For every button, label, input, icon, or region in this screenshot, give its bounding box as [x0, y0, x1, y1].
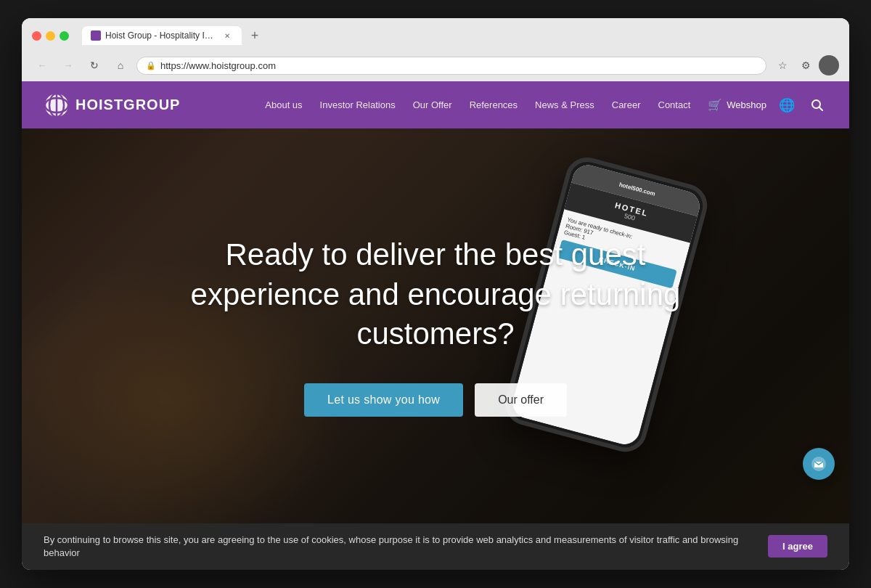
search-icon[interactable] — [807, 95, 827, 115]
back-button[interactable]: ← — [32, 55, 52, 75]
tab-close-btn[interactable]: ✕ — [221, 30, 233, 41]
website-content: HoistGroup About us Investor Relations O… — [22, 81, 849, 570]
logo-area[interactable]: HoistGroup — [44, 92, 180, 118]
logo-text: HoistGroup — [75, 97, 180, 113]
url-display: https://www.hoistgroup.com — [160, 60, 757, 71]
tab-title: Hoist Group - Hospitality Innov... — [105, 30, 217, 41]
forward-button[interactable]: → — [58, 55, 78, 75]
hoist-logo-icon — [44, 92, 70, 118]
nav-contact[interactable]: Contact — [658, 99, 691, 110]
hero-section: hotel500.com HOTEL 500 You are ready to … — [22, 128, 849, 523]
let-us-show-button[interactable]: Let us show you how — [304, 383, 463, 417]
maximize-window-btn[interactable] — [60, 31, 69, 41]
browser-window: Hoist Group - Hospitality Innov... ✕ + ←… — [22, 18, 849, 570]
nav-investor-relations[interactable]: Investor Relations — [320, 99, 396, 110]
nav-references[interactable]: References — [470, 99, 518, 110]
minimize-window-btn[interactable] — [46, 31, 55, 41]
tab-bar: Hoist Group - Hospitality Innov... ✕ + — [82, 25, 839, 46]
traffic-lights — [32, 31, 69, 41]
nav-right-actions: 🛒 Webshop 🌐 — [708, 95, 827, 115]
reload-button[interactable]: ↻ — [84, 55, 105, 75]
security-lock-icon: 🔒 — [146, 61, 156, 70]
svg-line-5 — [819, 107, 823, 110]
bookmark-icon[interactable]: ☆ — [772, 55, 793, 75]
support-chat-bubble[interactable] — [803, 448, 835, 480]
our-offer-button[interactable]: Our offer — [475, 383, 567, 417]
home-button[interactable]: ⌂ — [110, 55, 131, 75]
cookie-banner: By continuing to browse this site, you a… — [22, 523, 849, 570]
address-bar-row: ← → ↻ ⌂ 🔒 https://www.hoistgroup.com ☆ ⚙ — [22, 52, 849, 81]
address-bar-actions: ☆ ⚙ — [772, 55, 839, 75]
webshop-button[interactable]: 🛒 Webshop — [708, 98, 766, 112]
extensions-icon[interactable]: ⚙ — [796, 55, 816, 75]
hero-buttons: Let us show you how Our offer — [304, 383, 567, 417]
title-bar: Hoist Group - Hospitality Innov... ✕ + — [22, 18, 849, 52]
close-window-btn[interactable] — [32, 31, 41, 41]
nav-links: About us Investor Relations Our Offer Re… — [265, 99, 690, 110]
cart-icon: 🛒 — [708, 98, 722, 112]
hero-content: Ready to deliver the best guest experien… — [22, 128, 849, 523]
cookie-message: By continuing to browse this site, you a… — [44, 534, 751, 560]
new-tab-button[interactable]: + — [245, 25, 265, 46]
tab-favicon-icon — [91, 30, 101, 41]
nav-career[interactable]: Career — [612, 99, 641, 110]
nav-about-us[interactable]: About us — [265, 99, 302, 110]
site-navigation: HoistGroup About us Investor Relations O… — [22, 81, 849, 128]
nav-news-press[interactable]: News & Press — [535, 99, 594, 110]
cookie-agree-button[interactable]: I agree — [768, 535, 827, 558]
webshop-label: Webshop — [727, 99, 766, 110]
browser-chrome: Hoist Group - Hospitality Innov... ✕ + ←… — [22, 18, 849, 81]
active-tab[interactable]: Hoist Group - Hospitality Innov... ✕ — [82, 26, 242, 45]
hero-heading: Ready to deliver the best guest experien… — [181, 235, 690, 354]
address-bar[interactable]: 🔒 https://www.hoistgroup.com — [136, 57, 766, 75]
language-selector-icon[interactable]: 🌐 — [777, 95, 797, 115]
nav-our-offer[interactable]: Our Offer — [413, 99, 452, 110]
profile-avatar[interactable] — [819, 55, 839, 75]
